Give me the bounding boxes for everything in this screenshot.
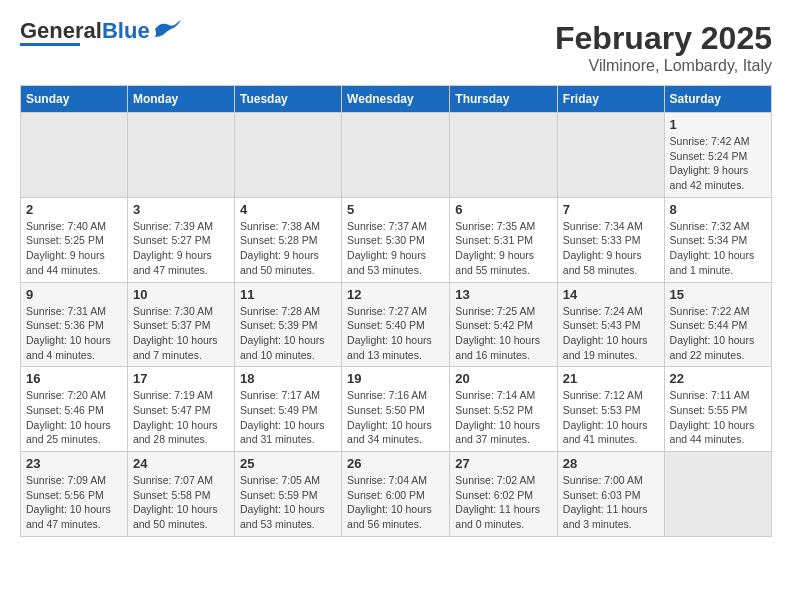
day-number: 13 [455,287,552,302]
day-info: Sunrise: 7:11 AM Sunset: 5:55 PM Dayligh… [670,388,766,447]
page-header: GeneralBlue February 2025 Vilminore, Lom… [20,20,772,75]
weekday-header-thursday: Thursday [450,86,558,113]
logo-bird-icon [153,19,181,39]
day-info: Sunrise: 7:09 AM Sunset: 5:56 PM Dayligh… [26,473,122,532]
calendar-day-cell [450,113,558,198]
calendar-day-cell: 7Sunrise: 7:34 AM Sunset: 5:33 PM Daylig… [557,197,664,282]
day-number: 2 [26,202,122,217]
calendar-day-cell: 11Sunrise: 7:28 AM Sunset: 5:39 PM Dayli… [234,282,341,367]
day-info: Sunrise: 7:22 AM Sunset: 5:44 PM Dayligh… [670,304,766,363]
day-number: 3 [133,202,229,217]
day-info: Sunrise: 7:30 AM Sunset: 5:37 PM Dayligh… [133,304,229,363]
calendar-day-cell [21,113,128,198]
calendar-day-cell: 21Sunrise: 7:12 AM Sunset: 5:53 PM Dayli… [557,367,664,452]
day-info: Sunrise: 7:39 AM Sunset: 5:27 PM Dayligh… [133,219,229,278]
day-number: 17 [133,371,229,386]
day-number: 24 [133,456,229,471]
day-number: 5 [347,202,444,217]
day-info: Sunrise: 7:19 AM Sunset: 5:47 PM Dayligh… [133,388,229,447]
calendar-day-cell: 10Sunrise: 7:30 AM Sunset: 5:37 PM Dayli… [127,282,234,367]
calendar-day-cell: 22Sunrise: 7:11 AM Sunset: 5:55 PM Dayli… [664,367,771,452]
calendar-subtitle: Vilminore, Lombardy, Italy [555,57,772,75]
day-info: Sunrise: 7:00 AM Sunset: 6:03 PM Dayligh… [563,473,659,532]
weekday-header-wednesday: Wednesday [342,86,450,113]
calendar-day-cell [342,113,450,198]
day-number: 9 [26,287,122,302]
weekday-header-saturday: Saturday [664,86,771,113]
calendar-day-cell: 23Sunrise: 7:09 AM Sunset: 5:56 PM Dayli… [21,452,128,537]
day-number: 15 [670,287,766,302]
calendar-day-cell: 9Sunrise: 7:31 AM Sunset: 5:36 PM Daylig… [21,282,128,367]
weekday-header-friday: Friday [557,86,664,113]
title-block: February 2025 Vilminore, Lombardy, Italy [555,20,772,75]
calendar-day-cell: 18Sunrise: 7:17 AM Sunset: 5:49 PM Dayli… [234,367,341,452]
logo-text: GeneralBlue [20,20,150,42]
weekday-header-row: SundayMondayTuesdayWednesdayThursdayFrid… [21,86,772,113]
day-number: 6 [455,202,552,217]
logo-underline [20,43,80,46]
calendar-day-cell [557,113,664,198]
day-info: Sunrise: 7:32 AM Sunset: 5:34 PM Dayligh… [670,219,766,278]
calendar-day-cell: 15Sunrise: 7:22 AM Sunset: 5:44 PM Dayli… [664,282,771,367]
day-number: 10 [133,287,229,302]
calendar-day-cell: 14Sunrise: 7:24 AM Sunset: 5:43 PM Dayli… [557,282,664,367]
calendar-day-cell: 6Sunrise: 7:35 AM Sunset: 5:31 PM Daylig… [450,197,558,282]
calendar-day-cell: 17Sunrise: 7:19 AM Sunset: 5:47 PM Dayli… [127,367,234,452]
day-info: Sunrise: 7:24 AM Sunset: 5:43 PM Dayligh… [563,304,659,363]
day-number: 20 [455,371,552,386]
calendar-day-cell: 4Sunrise: 7:38 AM Sunset: 5:28 PM Daylig… [234,197,341,282]
day-info: Sunrise: 7:04 AM Sunset: 6:00 PM Dayligh… [347,473,444,532]
calendar-day-cell: 19Sunrise: 7:16 AM Sunset: 5:50 PM Dayli… [342,367,450,452]
day-info: Sunrise: 7:05 AM Sunset: 5:59 PM Dayligh… [240,473,336,532]
calendar-week-row: 9Sunrise: 7:31 AM Sunset: 5:36 PM Daylig… [21,282,772,367]
day-info: Sunrise: 7:34 AM Sunset: 5:33 PM Dayligh… [563,219,659,278]
day-info: Sunrise: 7:25 AM Sunset: 5:42 PM Dayligh… [455,304,552,363]
day-info: Sunrise: 7:16 AM Sunset: 5:50 PM Dayligh… [347,388,444,447]
calendar-day-cell: 3Sunrise: 7:39 AM Sunset: 5:27 PM Daylig… [127,197,234,282]
calendar-day-cell: 8Sunrise: 7:32 AM Sunset: 5:34 PM Daylig… [664,197,771,282]
calendar-day-cell: 12Sunrise: 7:27 AM Sunset: 5:40 PM Dayli… [342,282,450,367]
day-info: Sunrise: 7:42 AM Sunset: 5:24 PM Dayligh… [670,134,766,193]
day-number: 7 [563,202,659,217]
weekday-header-tuesday: Tuesday [234,86,341,113]
day-info: Sunrise: 7:35 AM Sunset: 5:31 PM Dayligh… [455,219,552,278]
day-number: 21 [563,371,659,386]
calendar-week-row: 23Sunrise: 7:09 AM Sunset: 5:56 PM Dayli… [21,452,772,537]
day-number: 4 [240,202,336,217]
calendar-week-row: 2Sunrise: 7:40 AM Sunset: 5:25 PM Daylig… [21,197,772,282]
day-info: Sunrise: 7:28 AM Sunset: 5:39 PM Dayligh… [240,304,336,363]
calendar-day-cell [127,113,234,198]
logo: GeneralBlue [20,20,181,46]
calendar-day-cell: 24Sunrise: 7:07 AM Sunset: 5:58 PM Dayli… [127,452,234,537]
calendar-table: SundayMondayTuesdayWednesdayThursdayFrid… [20,85,772,537]
calendar-day-cell: 5Sunrise: 7:37 AM Sunset: 5:30 PM Daylig… [342,197,450,282]
weekday-header-sunday: Sunday [21,86,128,113]
calendar-week-row: 16Sunrise: 7:20 AM Sunset: 5:46 PM Dayli… [21,367,772,452]
calendar-day-cell [664,452,771,537]
calendar-day-cell: 27Sunrise: 7:02 AM Sunset: 6:02 PM Dayli… [450,452,558,537]
day-number: 19 [347,371,444,386]
calendar-day-cell: 25Sunrise: 7:05 AM Sunset: 5:59 PM Dayli… [234,452,341,537]
day-info: Sunrise: 7:02 AM Sunset: 6:02 PM Dayligh… [455,473,552,532]
day-number: 23 [26,456,122,471]
day-number: 25 [240,456,336,471]
calendar-day-cell: 13Sunrise: 7:25 AM Sunset: 5:42 PM Dayli… [450,282,558,367]
day-number: 18 [240,371,336,386]
day-info: Sunrise: 7:31 AM Sunset: 5:36 PM Dayligh… [26,304,122,363]
day-number: 8 [670,202,766,217]
day-info: Sunrise: 7:37 AM Sunset: 5:30 PM Dayligh… [347,219,444,278]
day-info: Sunrise: 7:20 AM Sunset: 5:46 PM Dayligh… [26,388,122,447]
day-info: Sunrise: 7:17 AM Sunset: 5:49 PM Dayligh… [240,388,336,447]
day-number: 16 [26,371,122,386]
calendar-day-cell: 2Sunrise: 7:40 AM Sunset: 5:25 PM Daylig… [21,197,128,282]
day-number: 27 [455,456,552,471]
calendar-day-cell: 28Sunrise: 7:00 AM Sunset: 6:03 PM Dayli… [557,452,664,537]
day-number: 11 [240,287,336,302]
day-number: 28 [563,456,659,471]
day-info: Sunrise: 7:27 AM Sunset: 5:40 PM Dayligh… [347,304,444,363]
day-info: Sunrise: 7:14 AM Sunset: 5:52 PM Dayligh… [455,388,552,447]
calendar-day-cell [234,113,341,198]
calendar-day-cell: 16Sunrise: 7:20 AM Sunset: 5:46 PM Dayli… [21,367,128,452]
day-info: Sunrise: 7:12 AM Sunset: 5:53 PM Dayligh… [563,388,659,447]
calendar-day-cell: 20Sunrise: 7:14 AM Sunset: 5:52 PM Dayli… [450,367,558,452]
